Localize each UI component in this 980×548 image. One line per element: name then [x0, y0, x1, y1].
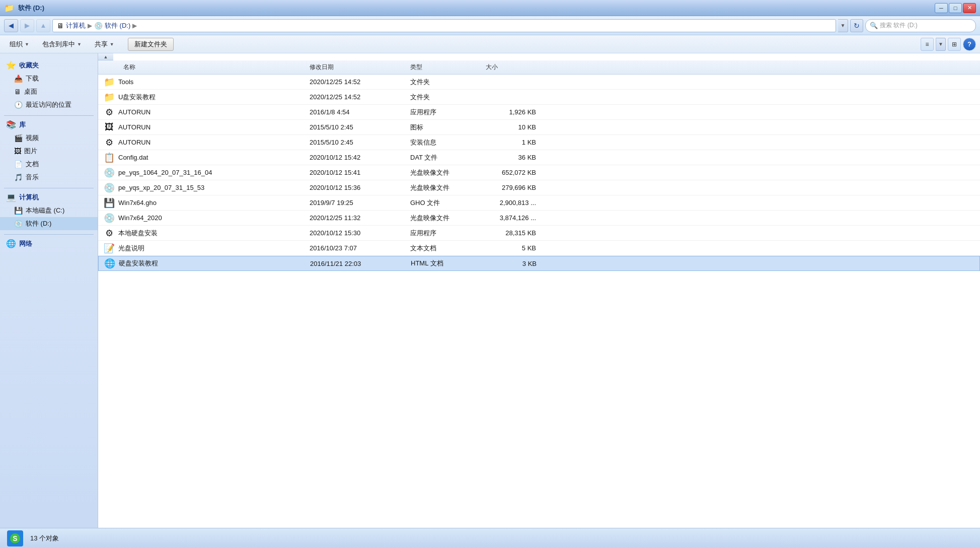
table-row[interactable]: 💿 pe_yqs_xp_20_07_31_15_53 2020/10/12 15…	[98, 180, 980, 195]
download-icon: 📥	[14, 75, 23, 83]
include-library-menu[interactable]: 包含到库中 ▼	[37, 38, 87, 51]
address-dropdown-button[interactable]: ▼	[838, 19, 848, 32]
table-row[interactable]: 🌐 硬盘安装教程 2016/11/21 22:03 HTML 文档 3 KB	[98, 256, 980, 271]
sidebar-item-download[interactable]: 📥 下载	[0, 72, 98, 85]
sidebar-item-software-d[interactable]: 💿 软件 (D:)	[0, 217, 98, 230]
titlebar: 📁 软件 (D:) ─ □ ✕	[0, 0, 980, 16]
sidebar-item-local-c[interactable]: 💾 本地磁盘 (C:)	[0, 204, 98, 217]
file-name-cell: ⚙ AUTORUN	[98, 107, 310, 118]
address-computer: 计算机	[66, 21, 86, 30]
table-row[interactable]: 💾 Win7x64.gho 2019/9/7 19:25 GHO 文件 2,90…	[98, 195, 980, 211]
column-header: 名称 修改日期 类型 大小	[98, 60, 980, 75]
help-button[interactable]: ?	[963, 38, 976, 51]
file-date: 2020/10/12 15:30	[310, 229, 410, 237]
sidebar-item-music[interactable]: 🎵 音乐	[0, 171, 98, 184]
file-name: AUTORUN	[118, 123, 150, 131]
favorites-label: 收藏夹	[19, 61, 39, 70]
up-icon: ▲	[40, 22, 47, 29]
network-header[interactable]: 🌐 网络	[0, 237, 98, 250]
table-row[interactable]: ⚙ AUTORUN 2015/5/10 2:45 安装信息 1 KB	[98, 135, 980, 150]
share-menu[interactable]: 共享 ▼	[89, 38, 120, 51]
doc-label: 文档	[26, 160, 39, 169]
file-name-cell: 🖼 AUTORUN	[98, 122, 310, 133]
file-name: 硬盘安装教程	[119, 259, 158, 268]
new-folder-button[interactable]: 新建文件夹	[128, 38, 174, 51]
file-size: 3 KB	[486, 260, 547, 267]
search-bar[interactable]: 🔍 搜索 软件 (D:)	[865, 19, 976, 32]
forward-button[interactable]: ▶	[20, 19, 34, 32]
organize-chevron-icon: ▼	[25, 42, 29, 47]
file-icon: ⚙	[103, 107, 115, 118]
file-name-cell: 📋 Config.dat	[98, 152, 310, 163]
file-name-cell: 📁 Tools	[98, 77, 310, 88]
refresh-button[interactable]: ↻	[850, 19, 863, 32]
sidebar-item-video[interactable]: 🎬 视频	[0, 131, 98, 145]
table-row[interactable]: 📋 Config.dat 2020/10/12 15:42 DAT 文件 36 …	[98, 150, 980, 165]
video-icon: 🎬	[14, 134, 23, 142]
table-row[interactable]: 📁 Tools 2020/12/25 14:52 文件夹	[98, 75, 980, 90]
minimize-button[interactable]: ─	[935, 3, 948, 13]
sidebar-item-recent[interactable]: 🕐 最近访问的位置	[0, 98, 98, 111]
software-d-icon: 💿	[14, 220, 23, 228]
back-icon: ◀	[9, 22, 14, 29]
file-date: 2020/10/12 15:41	[310, 169, 410, 176]
table-row[interactable]: 💿 Win7x64_2020 2020/12/25 11:32 光盘映像文件 3…	[98, 211, 980, 226]
file-size: 3,874,126 ...	[486, 214, 546, 222]
file-date: 2020/12/25 14:52	[310, 78, 410, 86]
divider-2	[4, 188, 94, 188]
sidebar-item-image[interactable]: 🖼 图片	[0, 145, 98, 158]
view-icon: ≡	[925, 41, 929, 48]
file-icon: 🌐	[104, 258, 116, 269]
col-header-size[interactable]: 大小	[486, 63, 546, 72]
computer-icon: 🖥	[57, 22, 64, 30]
file-date: 2020/12/25 14:52	[310, 93, 410, 101]
col-header-name[interactable]: 名称	[98, 63, 310, 72]
file-name-cell: 💿 pe_yqs_1064_20_07_31_16_04	[98, 167, 310, 178]
doc-icon: 📄	[14, 160, 23, 168]
back-button[interactable]: ◀	[4, 19, 18, 32]
maximize-button[interactable]: □	[949, 3, 962, 13]
address-sep2: ▶	[132, 22, 137, 29]
table-row[interactable]: 📝 光盘说明 2016/10/23 7:07 文本文档 5 KB	[98, 241, 980, 256]
file-size: 28,315 KB	[486, 229, 546, 237]
library-header[interactable]: 📚 库	[0, 118, 98, 131]
preview-button[interactable]: ⊞	[948, 38, 961, 51]
file-name-cell: 💿 pe_yqs_xp_20_07_31_15_53	[98, 182, 310, 193]
sidebar: ⭐ 收藏夹 📥 下载 🖥 桌面 🕐 最近访问的位置 📚 库	[0, 53, 98, 528]
up-button[interactable]: ▲	[36, 19, 50, 32]
file-size: 1 KB	[486, 139, 546, 146]
file-icon: 🖼	[103, 122, 115, 133]
col-header-type[interactable]: 类型	[410, 63, 486, 72]
refresh-icon: ↻	[854, 22, 860, 30]
organize-menu[interactable]: 组织 ▼	[4, 38, 35, 51]
address-bar[interactable]: 🖥 计算机 ▶ 💿 软件 (D:) ▶	[52, 19, 836, 32]
table-row[interactable]: ⚙ AUTORUN 2016/1/8 4:54 应用程序 1,926 KB	[98, 105, 980, 120]
file-date: 2020/12/25 11:32	[310, 214, 410, 222]
file-icon: 💾	[103, 197, 115, 209]
sidebar-item-desktop[interactable]: 🖥 桌面	[0, 85, 98, 98]
file-size: 279,696 KB	[486, 184, 546, 191]
file-area: ▲ 名称 修改日期 类型 大小 📁 Tools 2020/12/25 14:52…	[98, 53, 980, 528]
favorites-header[interactable]: ⭐ 收藏夹	[0, 58, 98, 72]
table-row[interactable]: 💿 pe_yqs_1064_20_07_31_16_04 2020/10/12 …	[98, 165, 980, 180]
computer-sidebar-icon: 💻	[6, 192, 16, 202]
file-type: 文件夹	[410, 93, 486, 102]
library-section: 📚 库 🎬 视频 🖼 图片 📄 文档 🎵 音乐	[0, 118, 98, 184]
titlebar-title: 软件 (D:)	[18, 4, 44, 13]
col-header-date[interactable]: 修改日期	[310, 63, 410, 72]
file-icon: ⚙	[103, 137, 115, 148]
status-count: 13 个对象	[30, 534, 59, 543]
view-button[interactable]: ≡	[921, 38, 934, 51]
image-label: 图片	[24, 147, 37, 156]
computer-header[interactable]: 💻 计算机	[0, 190, 98, 204]
scroll-up-indicator[interactable]: ▲	[98, 53, 113, 60]
table-row[interactable]: 📁 U盘安装教程 2020/12/25 14:52 文件夹	[98, 90, 980, 105]
file-name: AUTORUN	[118, 139, 150, 146]
sidebar-item-doc[interactable]: 📄 文档	[0, 158, 98, 171]
search-icon: 🔍	[870, 22, 878, 29]
view-dropdown-button[interactable]: ▼	[936, 38, 946, 51]
table-row[interactable]: ⚙ 本地硬盘安装 2020/10/12 15:30 应用程序 28,315 KB	[98, 226, 980, 241]
table-row[interactable]: 🖼 AUTORUN 2015/5/10 2:45 图标 10 KB	[98, 120, 980, 135]
close-button[interactable]: ✕	[963, 3, 976, 13]
file-name-cell: 📝 光盘说明	[98, 243, 310, 254]
